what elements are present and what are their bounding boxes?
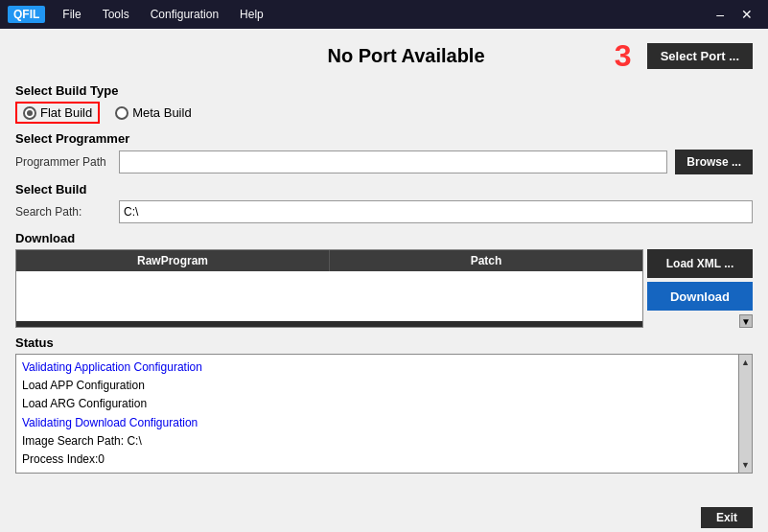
status-line-1: Load APP Configuration: [22, 377, 746, 395]
download-table-header: RawProgram Patch: [16, 250, 642, 271]
status-label: Status: [15, 335, 753, 350]
load-xml-button[interactable]: Load XML ...: [647, 249, 753, 278]
menu-file[interactable]: File: [53, 4, 90, 25]
search-path-label: Search Path:: [15, 205, 111, 219]
status-line-3: Validating Download Configuration: [22, 414, 746, 432]
status-area: Status Validating Application Configurat…: [15, 335, 753, 474]
header-row: No Port Available 3 Select Port ...: [15, 38, 753, 74]
download-table-area: RawProgram Patch Load XML ... Download ▼: [15, 249, 753, 328]
build-type-label: Select Build Type: [15, 83, 753, 98]
meta-build-radio[interactable]: [115, 106, 128, 120]
menu-configuration[interactable]: Configuration: [141, 4, 228, 25]
select-build-label: Select Build: [15, 182, 753, 197]
select-port-button[interactable]: Select Port ...: [647, 43, 753, 69]
meta-build-label: Meta Build: [132, 105, 191, 120]
status-line-5: Process Index:0: [22, 451, 746, 469]
download-section: Download RawProgram Patch Load XML ... D…: [15, 231, 753, 328]
programmer-section-label: Select Programmer: [15, 131, 753, 146]
app-logo: QFIL: [8, 6, 45, 23]
menu-tools[interactable]: Tools: [93, 4, 139, 25]
menu-help[interactable]: Help: [230, 4, 273, 25]
page-title: No Port Available: [276, 45, 537, 67]
scroll-down-arrow[interactable]: ▼: [741, 458, 750, 472]
download-button[interactable]: Download: [647, 282, 753, 311]
status-box: Validating Application Configuration Loa…: [15, 354, 753, 474]
scroll-up-arrow[interactable]: ▲: [741, 356, 750, 369]
status-scrollbar[interactable]: ▲ ▼: [738, 355, 752, 473]
download-label: Download: [15, 231, 753, 245]
title-bar: QFIL File Tools Configuration Help – ✕: [0, 0, 768, 29]
status-line-0: Validating Application Configuration: [22, 359, 746, 377]
window-controls: – ✕: [709, 5, 760, 24]
download-table-body: [16, 271, 642, 321]
close-button[interactable]: ✕: [733, 5, 760, 24]
download-table: RawProgram Patch: [15, 249, 643, 328]
programmer-path-label: Programmer Path: [15, 155, 111, 169]
port-number: 3: [615, 38, 632, 74]
menu-bar: File Tools Configuration Help: [53, 4, 709, 25]
flat-build-radio[interactable]: [23, 106, 36, 120]
browse-button[interactable]: Browse ...: [675, 150, 753, 174]
patch-col-header: Patch: [330, 250, 642, 271]
minimize-button[interactable]: –: [709, 5, 732, 24]
download-scroll-down[interactable]: ▼: [739, 314, 753, 328]
exit-button[interactable]: Exit: [701, 507, 753, 528]
build-type-row: Flat Build Meta Build: [15, 102, 753, 124]
status-line-4: Image Search Path: C:\: [22, 432, 746, 451]
main-content: No Port Available 3 Select Port ... Sele…: [0, 29, 768, 505]
meta-build-option[interactable]: Meta Build: [115, 105, 191, 120]
programmer-path-input[interactable]: [119, 150, 667, 173]
download-side-buttons: Load XML ... Download ▼: [647, 249, 753, 328]
flat-build-option[interactable]: Flat Build: [15, 102, 100, 124]
search-path-row: Search Path:: [15, 200, 753, 223]
flat-build-label: Flat Build: [40, 105, 92, 120]
programmer-row: Programmer Path Browse ...: [15, 150, 753, 174]
search-path-input[interactable]: [119, 200, 753, 223]
status-line-2: Load ARG Configuration: [22, 395, 746, 413]
rawprogram-col-header: RawProgram: [16, 250, 330, 271]
